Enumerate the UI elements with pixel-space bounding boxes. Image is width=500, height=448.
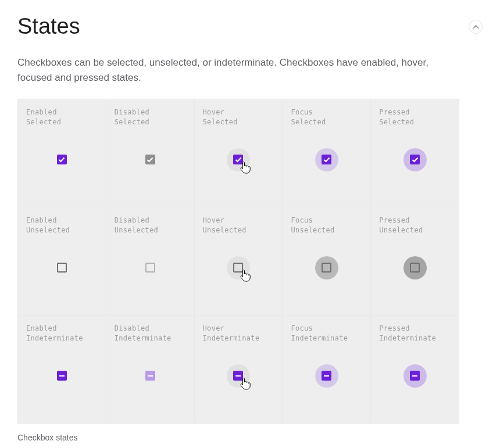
cell-label: Disabled Indeterminate	[115, 324, 186, 344]
cell-disabled-selected: Disabled Selected	[106, 99, 194, 207]
cell-label: Enabled Unselected	[26, 216, 98, 236]
checkbox-enabled-selected[interactable]	[50, 148, 73, 171]
cell-label: Hover Selected	[203, 107, 274, 128]
checkbox-disabled-unselected	[138, 256, 162, 279]
checkbox-hover-unselected[interactable]	[227, 256, 250, 279]
cell-focus-selected: Focus Selected	[283, 99, 370, 207]
checkbox-disabled-selected	[138, 148, 162, 171]
cell-hover-unselected: Hover Unselected	[195, 207, 283, 315]
cell-label: Pressed Unselected	[379, 216, 451, 236]
cell-focus-indeterminate: Focus Indeterminate	[283, 316, 370, 423]
section-intro: Checkboxes can be selected, unselected, …	[17, 55, 459, 85]
cell-label: Focus Unselected	[291, 216, 362, 236]
checkbox-focus-indeterminate[interactable]	[315, 364, 338, 388]
checkbox-hover-selected[interactable]	[227, 148, 250, 171]
checkbox-enabled-indeterminate[interactable]	[50, 364, 73, 388]
cell-pressed-selected: Pressed Selected	[371, 99, 459, 207]
cell-pressed-unselected: Pressed Unselected	[371, 207, 459, 315]
checkbox-pressed-selected[interactable]	[403, 148, 427, 171]
checkbox-enabled-unselected[interactable]	[50, 256, 73, 279]
cell-disabled-indeterminate: Disabled Indeterminate	[106, 316, 194, 423]
cell-enabled-unselected: Enabled Unselected	[18, 207, 106, 315]
cell-label: Enabled Selected	[26, 107, 98, 128]
cell-enabled-selected: Enabled Selected	[18, 99, 106, 207]
cell-focus-unselected: Focus Unselected	[283, 207, 370, 315]
figure-caption: Checkbox states	[17, 433, 483, 442]
cell-hover-selected: Hover Selected	[195, 99, 283, 207]
cell-label: Focus Selected	[291, 107, 362, 128]
checkbox-focus-selected[interactable]	[315, 148, 338, 171]
cell-label: Pressed Indeterminate	[379, 324, 451, 344]
cell-label: Focus Indeterminate	[291, 324, 362, 344]
checkbox-pressed-unselected[interactable]	[403, 256, 427, 279]
checkbox-disabled-indeterminate	[138, 364, 162, 388]
cell-enabled-indeterminate: Enabled Indeterminate	[18, 316, 106, 423]
checkbox-hover-indeterminate[interactable]	[227, 364, 250, 388]
checkbox-states-grid: Enabled Selected Disabled Selected Hover…	[17, 99, 459, 424]
checkbox-focus-unselected[interactable]	[315, 256, 338, 279]
cell-label: Enabled Indeterminate	[26, 324, 98, 344]
section-title: States	[17, 14, 80, 39]
cell-hover-indeterminate: Hover Indeterminate	[195, 316, 283, 423]
cell-label: Hover Indeterminate	[203, 324, 274, 344]
cell-label: Pressed Selected	[379, 107, 451, 128]
cell-pressed-indeterminate: Pressed Indeterminate	[371, 316, 459, 423]
cell-label: Disabled Selected	[115, 107, 186, 128]
cell-label: Hover Unselected	[203, 216, 274, 236]
cell-label: Disabled Unselected	[115, 216, 186, 236]
collapse-button[interactable]	[469, 20, 483, 34]
checkbox-pressed-indeterminate[interactable]	[403, 364, 427, 388]
cell-disabled-unselected: Disabled Unselected	[106, 207, 194, 315]
chevron-up-icon	[473, 22, 479, 31]
